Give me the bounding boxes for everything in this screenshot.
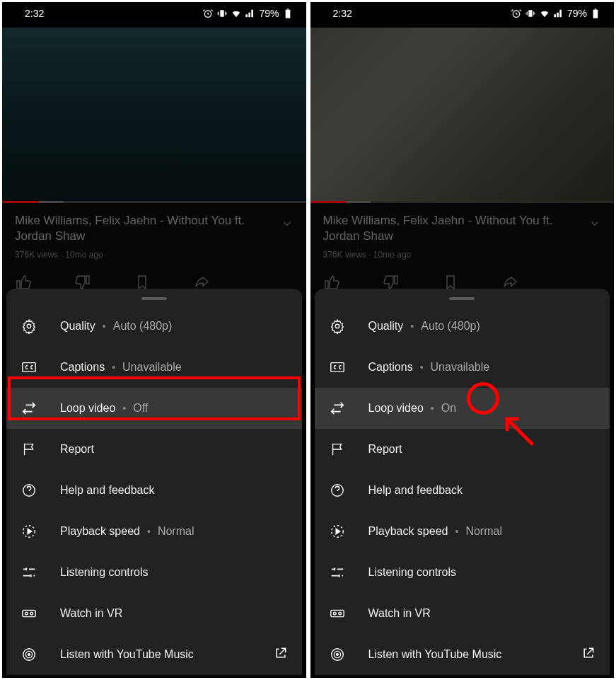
help-item[interactable]: Help and feedback <box>315 470 610 511</box>
quality-item[interactable]: Quality • Auto (480p) <box>315 306 610 347</box>
quality-label: Quality <box>368 320 404 333</box>
vr-item[interactable]: Watch in VR <box>315 593 610 634</box>
report-item[interactable]: Report <box>6 429 302 470</box>
chevron-down-icon[interactable] <box>588 217 601 230</box>
speed-value: Normal <box>158 525 194 538</box>
help-icon <box>21 482 37 499</box>
svg-rect-22 <box>330 610 343 616</box>
help-label: Help and feedback <box>368 484 463 497</box>
vr-label: Watch in VR <box>60 607 122 620</box>
video-player[interactable] <box>310 28 615 202</box>
chevron-down-icon[interactable] <box>281 217 294 230</box>
svg-rect-1 <box>221 10 224 16</box>
svg-point-13 <box>28 654 30 656</box>
settings-sheet: Quality • Auto (480p) Captions • Unavail… <box>315 289 610 675</box>
sliders-icon <box>21 564 37 581</box>
cc-icon <box>21 359 37 376</box>
speed-label: Playback speed <box>368 525 448 538</box>
separator-dot: • <box>410 321 414 332</box>
alarm-icon <box>511 8 522 19</box>
speed-label: Playback speed <box>60 525 140 538</box>
vr-label: Watch in VR <box>368 607 431 620</box>
captions-label: Captions <box>368 361 413 374</box>
loop-icon <box>21 400 37 417</box>
svg-rect-2 <box>285 10 290 18</box>
vr-icon <box>329 605 346 622</box>
svg-rect-17 <box>595 8 597 9</box>
battery-icon <box>282 8 294 19</box>
status-time: 2:32 <box>25 8 44 19</box>
quality-value: Auto (480p) <box>421 320 480 333</box>
loop-item[interactable]: Loop video • On <box>315 388 610 429</box>
report-item[interactable]: Report <box>315 429 610 470</box>
quality-label: Quality <box>60 320 95 333</box>
content-area: Mike Williams, Felix Jaehn - Without You… <box>2 202 306 299</box>
speed-value: Normal <box>465 525 502 538</box>
svg-point-9 <box>25 612 28 615</box>
separator-dot: • <box>455 526 458 537</box>
sheet-handle[interactable] <box>449 297 475 300</box>
svg-point-18 <box>335 324 339 328</box>
flag-icon <box>329 441 346 458</box>
ytmusic-label: Listen with YouTube Music <box>60 648 194 661</box>
svg-point-27 <box>336 654 338 656</box>
ytmusic-item[interactable]: Listen with YouTube Music <box>6 634 302 675</box>
battery-icon <box>590 8 601 19</box>
status-time: 2:32 <box>333 8 352 19</box>
loop-label: Loop video <box>368 402 424 415</box>
vibrate-icon <box>525 8 536 19</box>
help-item[interactable]: Help and feedback <box>6 470 302 511</box>
captions-label: Captions <box>60 361 105 374</box>
wifi-icon <box>231 8 242 19</box>
captions-item[interactable]: Captions • Unavailable <box>6 347 302 388</box>
battery-percent: 79% <box>567 8 587 19</box>
svg-rect-19 <box>330 363 343 372</box>
svg-rect-16 <box>593 10 598 18</box>
speed-item[interactable]: Playback speed • Normal <box>315 511 610 552</box>
phone-left: 2:32 79% Mike Williams, Felix Jaehn - Wi… <box>2 2 306 678</box>
loop-item[interactable]: Loop video • Off <box>6 388 302 429</box>
settings-sheet: Quality • Auto (480p) Captions • Unavail… <box>6 289 302 675</box>
video-meta: 376K views · 10mo ago <box>323 250 602 260</box>
speed-icon <box>21 523 37 540</box>
external-link-icon <box>581 646 595 663</box>
content-area: Mike Williams, Felix Jaehn - Without You… <box>310 202 615 299</box>
loop-value: On <box>441 402 456 415</box>
cc-icon <box>329 359 346 376</box>
report-label: Report <box>60 443 94 456</box>
vibrate-icon <box>216 8 228 19</box>
loop-label: Loop video <box>60 402 115 415</box>
captions-item[interactable]: Captions • Unavailable <box>315 347 610 388</box>
svg-rect-3 <box>286 8 289 9</box>
sliders-icon <box>329 564 346 581</box>
listening-item[interactable]: Listening controls <box>6 552 302 593</box>
sheet-handle[interactable] <box>141 297 167 300</box>
vr-item[interactable]: Watch in VR <box>6 593 302 634</box>
flag-icon <box>21 441 37 458</box>
separator-dot: • <box>112 362 115 373</box>
video-title: Mike Williams, Felix Jaehn - Without You… <box>15 213 294 244</box>
svg-point-24 <box>338 612 341 615</box>
wifi-icon <box>539 8 550 19</box>
loop-icon <box>329 400 346 417</box>
separator-dot: • <box>103 321 106 332</box>
listening-item[interactable]: Listening controls <box>315 552 610 593</box>
signal-icon <box>245 8 256 19</box>
listening-label: Listening controls <box>60 566 149 579</box>
separator-dot: • <box>431 403 434 414</box>
video-meta: 376K views · 10mo ago <box>15 250 294 260</box>
quality-item[interactable]: Quality • Auto (480p) <box>6 306 302 347</box>
ytmusic-item[interactable]: Listen with YouTube Music <box>315 634 610 675</box>
help-icon <box>329 482 346 499</box>
gear-icon <box>329 318 346 335</box>
svg-point-10 <box>30 612 33 615</box>
music-icon <box>329 646 346 663</box>
listening-label: Listening controls <box>368 566 457 579</box>
report-label: Report <box>368 443 402 456</box>
battery-percent: 79% <box>259 8 279 19</box>
status-indicators: 79% <box>511 8 601 19</box>
status-bar: 2:32 79% <box>310 2 615 22</box>
captions-value: Unavailable <box>122 361 182 374</box>
video-player[interactable] <box>2 28 306 202</box>
speed-item[interactable]: Playback speed • Normal <box>6 511 302 552</box>
